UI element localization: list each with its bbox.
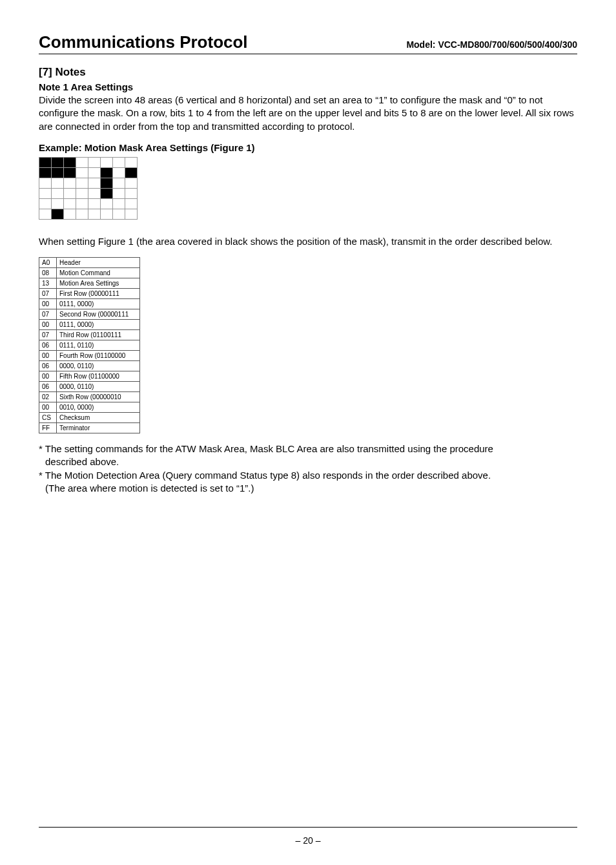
mask-grid-cell <box>113 198 125 209</box>
page-header: Communications Protocol Model: VCC-MD800… <box>39 32 577 54</box>
page-number: – 20 – <box>296 835 321 846</box>
byte-code-cell: 00 <box>39 402 57 413</box>
footnote-2-line-2: (The area where motion is detected is se… <box>39 482 577 495</box>
byte-desc-cell: 0111, 0000) <box>57 299 140 309</box>
note-title: Note 1 Area Settings <box>39 81 577 92</box>
byte-code-cell: 07 <box>39 309 57 320</box>
mask-grid-cell <box>76 188 88 198</box>
mask-grid-cell <box>64 198 76 209</box>
mask-grid-cell <box>113 188 125 198</box>
mask-grid-cell <box>101 188 113 198</box>
byte-desc-cell: First Row (00000111 <box>57 289 140 299</box>
example-title: Example: Motion Mask Area Settings (Figu… <box>39 142 577 153</box>
mask-grid-cell <box>113 157 125 167</box>
byte-desc-cell: Second Row (00000111 <box>57 309 140 320</box>
mask-grid-cell <box>39 157 52 167</box>
byte-desc-cell: 0111, 0110) <box>57 340 140 351</box>
mask-grid-figure <box>39 157 138 220</box>
footnote-2-line-1: * The Motion Detection Area (Query comma… <box>39 469 577 482</box>
mask-grid-cell <box>64 157 76 167</box>
mask-grid-cell <box>52 209 64 219</box>
byte-desc-cell: Motion Area Settings <box>57 278 140 289</box>
mask-grid-cell <box>88 157 101 167</box>
byte-desc-cell: 0000, 0110) <box>57 382 140 392</box>
mask-grid-cell <box>125 188 138 198</box>
mask-grid-cell <box>101 157 113 167</box>
mask-grid-cell <box>39 167 52 178</box>
footnote-1-line-1: * The setting commands for the ATW Mask … <box>39 443 577 455</box>
mask-grid-cell <box>113 167 125 178</box>
byte-code-cell: 00 <box>39 320 57 330</box>
mask-grid-cell <box>125 157 138 167</box>
mask-grid-cell <box>125 198 138 209</box>
byte-code-cell: FF <box>39 423 57 433</box>
mask-grid-cell <box>39 178 52 188</box>
mask-grid-cell <box>88 178 101 188</box>
mask-grid-cell <box>52 178 64 188</box>
byte-desc-cell: 0010, 0000) <box>57 402 140 413</box>
footnote-1-line-2: described above. <box>39 455 577 468</box>
mask-grid-cell <box>64 188 76 198</box>
byte-code-cell: 00 <box>39 299 57 309</box>
byte-code-cell: 06 <box>39 340 57 351</box>
header-title: Communications Protocol <box>39 32 248 52</box>
mask-grid-cell <box>101 167 113 178</box>
byte-desc-cell: Motion Command <box>57 268 140 278</box>
mask-grid-cell <box>113 209 125 219</box>
mask-grid-cell <box>76 198 88 209</box>
byte-desc-cell: Fourth Row (01100000 <box>57 351 140 361</box>
mask-grid-cell <box>76 178 88 188</box>
mask-grid-cell <box>125 167 138 178</box>
byte-code-cell: 06 <box>39 361 57 371</box>
mask-grid-cell <box>64 167 76 178</box>
mask-grid-cell <box>113 178 125 188</box>
byte-code-cell: 06 <box>39 382 57 392</box>
byte-code-cell: 00 <box>39 351 57 361</box>
mask-grid-cell <box>88 198 101 209</box>
byte-code-cell: 00 <box>39 371 57 382</box>
byte-desc-cell: Checksum <box>57 413 140 423</box>
mask-grid-cell <box>39 188 52 198</box>
mask-grid-cell <box>88 167 101 178</box>
byte-desc-cell: Fifth Row (01100000 <box>57 371 140 382</box>
mask-grid-cell <box>76 209 88 219</box>
byte-code-cell: 08 <box>39 268 57 278</box>
mask-grid-cell <box>76 157 88 167</box>
mask-grid-cell <box>64 178 76 188</box>
mask-grid-cell <box>52 167 64 178</box>
footnotes-block: * The setting commands for the ATW Mask … <box>39 443 577 495</box>
mask-grid-cell <box>39 209 52 219</box>
section-number-title: [7] Notes <box>39 66 577 79</box>
byte-desc-cell: 0000, 0110) <box>57 361 140 371</box>
mask-grid-cell <box>101 178 113 188</box>
byte-code-cell: A0 <box>39 258 57 268</box>
byte-code-cell: 02 <box>39 392 57 402</box>
byte-code-cell: 07 <box>39 330 57 340</box>
paragraph-intro: Divide the screen into 48 areas (6 verti… <box>39 94 577 133</box>
mask-grid-cell <box>88 209 101 219</box>
byte-code-cell: CS <box>39 413 57 423</box>
mask-grid-cell <box>39 198 52 209</box>
mask-grid-cell <box>52 188 64 198</box>
page-footer: – 20 – <box>0 827 616 846</box>
mask-grid-cell <box>125 209 138 219</box>
byte-code-cell: 07 <box>39 289 57 299</box>
mask-grid-cell <box>101 209 113 219</box>
byte-desc-cell: 0111, 0000) <box>57 320 140 330</box>
mask-grid-cell <box>52 157 64 167</box>
mask-grid-cell <box>125 178 138 188</box>
footer-divider <box>39 827 577 828</box>
byte-code-cell: 13 <box>39 278 57 289</box>
mask-grid-cell <box>64 209 76 219</box>
byte-desc-cell: Sixth Row (00000010 <box>57 392 140 402</box>
paragraph-figure-desc: When setting Figure 1 (the area covered … <box>39 235 577 248</box>
mask-grid-cell <box>88 188 101 198</box>
header-model: Model: VCC-MD800/700/600/500/400/300 <box>406 39 577 50</box>
mask-grid-cell <box>101 198 113 209</box>
byte-sequence-table: A0Header08Motion Command13Motion Area Se… <box>39 257 140 433</box>
byte-desc-cell: Header <box>57 258 140 268</box>
byte-desc-cell: Terminator <box>57 423 140 433</box>
byte-desc-cell: Third Row (01100111 <box>57 330 140 340</box>
mask-grid-cell <box>52 198 64 209</box>
mask-grid-cell <box>76 167 88 178</box>
